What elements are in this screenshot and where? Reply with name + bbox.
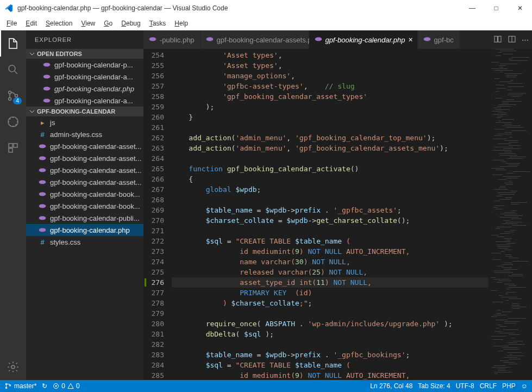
- status-cursor-position[interactable]: Ln 276, Col 48: [370, 382, 412, 390]
- menu-debug[interactable]: Debug: [117, 18, 145, 28]
- code-line[interactable]: [172, 153, 489, 164]
- status-indentation[interactable]: Tab Size: 4: [418, 382, 450, 390]
- window-minimize-button[interactable]: —: [460, 0, 484, 16]
- activity-scm-icon[interactable]: 4: [0, 83, 26, 109]
- menu-view[interactable]: View: [77, 18, 99, 28]
- code-line[interactable]: function gpf_booking_calendar_activate(): [172, 164, 489, 174]
- file-tree-item[interactable]: gpf-booking-calendar-asset...: [26, 152, 143, 164]
- status-encoding[interactable]: UTF-8: [456, 382, 474, 390]
- code-content[interactable]: 'Asset types', 'Asset types', 'manage_op…: [172, 49, 489, 380]
- code-line[interactable]: released varchar(25) NOT NULL,: [172, 267, 489, 277]
- file-tree-item[interactable]: gpf-booking-calendar-publi...: [26, 212, 143, 224]
- activity-search-icon[interactable]: [0, 57, 26, 83]
- code-line[interactable]: $table_name = $wpdb->prefix . '_gpfbc_as…: [172, 205, 489, 215]
- status-feedback-icon[interactable]: ☺: [521, 382, 528, 390]
- file-tree-item[interactable]: #admin-styles.css: [26, 128, 143, 140]
- svg-point-8: [11, 365, 15, 369]
- code-line[interactable]: 'gpfbc-asset-types', // slug: [172, 81, 489, 91]
- more-icon[interactable]: ⋯: [522, 36, 529, 44]
- line-number: 282: [143, 339, 172, 350]
- svg-point-28: [5, 383, 7, 384]
- code-line[interactable]: {: [172, 174, 489, 184]
- menu-file[interactable]: File: [2, 18, 21, 28]
- code-line[interactable]: 'gpf_booking_calendar_asset_types': [172, 91, 489, 102]
- line-number: 269: [143, 205, 172, 215]
- code-line[interactable]: $sql = "CREATE TABLE $table_name (: [172, 360, 489, 370]
- file-tree-item[interactable]: gpf-booking-calendar-book...: [26, 188, 143, 200]
- editor-tab[interactable]: gpf-bc: [418, 30, 460, 49]
- open-editor-item[interactable]: gpf-booking-calendar-p...: [26, 59, 143, 71]
- window-close-button[interactable]: ✕: [508, 0, 532, 16]
- code-line[interactable]: [172, 226, 489, 236]
- code-line[interactable]: );: [172, 102, 489, 112]
- activity-settings-icon[interactable]: [0, 354, 26, 380]
- code-line[interactable]: ) $charset_collate;";: [172, 298, 489, 308]
- editor-tab[interactable]: -public.php: [143, 30, 201, 49]
- code-line[interactable]: add_action('admin_menu', 'gpf_booking_ca…: [172, 143, 489, 153]
- open-editor-item[interactable]: gpf-booking-calendar-a...: [26, 71, 143, 83]
- menu-edit[interactable]: Edit: [21, 18, 41, 28]
- code-line[interactable]: PRIMARY KEY (id): [172, 288, 489, 298]
- status-sync[interactable]: ↻: [42, 382, 47, 390]
- file-tree-item[interactable]: gpf-booking-calendar.php: [26, 224, 143, 236]
- code-line[interactable]: 'Asset types',: [172, 50, 489, 60]
- menu-help[interactable]: Help: [170, 18, 192, 28]
- close-icon[interactable]: ×: [409, 35, 413, 44]
- code-line[interactable]: add_action('admin_menu', 'gpf_booking_ca…: [172, 133, 489, 143]
- svg-point-21: [149, 37, 157, 41]
- status-eol[interactable]: CRLF: [480, 382, 497, 390]
- status-problems[interactable]: 0 0: [53, 382, 79, 390]
- file-tree-item[interactable]: gpf-booking-calendar-book...: [26, 200, 143, 212]
- workspace-tree: ▸js#admin-styles.cssgpf-booking-calendar…: [26, 116, 143, 248]
- file-tree-item[interactable]: gpf-booking-calendar-asset...: [26, 176, 143, 188]
- line-number: 256: [143, 71, 172, 81]
- code-line[interactable]: $sql = "CREATE TABLE $table_name (: [172, 236, 489, 246]
- code-line[interactable]: [172, 339, 489, 350]
- code-line[interactable]: $table_name = $wpdb->prefix . '_gpfbc_bo…: [172, 350, 489, 360]
- code-line[interactable]: 'Asset types',: [172, 60, 489, 71]
- status-language[interactable]: PHP: [502, 382, 516, 390]
- line-number: 273: [143, 246, 172, 257]
- code-line[interactable]: require_once( ABSPATH . 'wp-admin/includ…: [172, 319, 489, 329]
- code-line[interactable]: }: [172, 112, 489, 122]
- open-editor-item[interactable]: gpf-booking-calendar.php: [26, 83, 143, 95]
- file-label: gpf-booking-calendar-p...: [54, 61, 133, 69]
- code-line[interactable]: id mediumint(9) NOT NULL AUTO_INCREMENT,: [172, 370, 489, 380]
- code-line[interactable]: name varchar(30) NOT NULL,: [172, 257, 489, 267]
- workspace-header[interactable]: GPF-BOOKING-CALENDAR: [26, 107, 143, 116]
- status-branch[interactable]: master*: [4, 382, 36, 390]
- split-editor-icon[interactable]: [508, 35, 516, 45]
- file-tree-item[interactable]: #styles.css: [26, 236, 143, 248]
- activity-explorer-icon[interactable]: [0, 30, 26, 57]
- window-maximize-button[interactable]: □: [484, 0, 508, 16]
- editor-tab[interactable]: gpf-booking-calendar.php×: [309, 30, 418, 49]
- code-line[interactable]: [172, 308, 489, 319]
- activity-debug-icon[interactable]: [0, 109, 26, 135]
- code-line[interactable]: global $wpdb;: [172, 184, 489, 195]
- menu-go[interactable]: Go: [99, 18, 117, 28]
- code-line[interactable]: 'manage_options',: [172, 71, 489, 81]
- file-icon: [38, 154, 47, 163]
- compare-icon[interactable]: [493, 35, 502, 45]
- file-tree-item[interactable]: gpf-booking-calendar-asset...: [26, 164, 143, 176]
- editor-tab[interactable]: gpf-booking-calendar-assets.php: [201, 30, 309, 49]
- code-line[interactable]: asset_type_id int(11) NOT NULL,: [172, 277, 489, 288]
- code-line[interactable]: id mediumint(9) NOT NULL AUTO_INCREMENT,: [172, 246, 489, 257]
- minimap[interactable]: [489, 49, 532, 380]
- code-line[interactable]: dbDelta( $sql );: [172, 329, 489, 339]
- code-area[interactable]: 2542552562572582592602612622632642652662…: [143, 49, 532, 380]
- svg-point-12: [43, 99, 51, 103]
- open-editors-header[interactable]: OPEN EDITORS: [26, 49, 143, 59]
- line-number: 272: [143, 236, 172, 246]
- file-tree-item[interactable]: ▸js: [26, 116, 143, 128]
- menu-tasks[interactable]: Tasks: [145, 18, 171, 28]
- file-label: gpf-booking-calendar-asset...: [50, 142, 141, 151]
- file-icon: [38, 178, 47, 186]
- code-line[interactable]: [172, 122, 489, 133]
- code-line[interactable]: $charset_collate = $wpdb->get_charset_co…: [172, 215, 489, 226]
- open-editor-item[interactable]: gpf-booking-calendar-a...: [26, 95, 143, 107]
- file-tree-item[interactable]: gpf-booking-calendar-asset...: [26, 140, 143, 152]
- activity-extensions-icon[interactable]: [0, 135, 26, 161]
- code-line[interactable]: [172, 195, 489, 205]
- menu-selection[interactable]: Selection: [41, 18, 77, 28]
